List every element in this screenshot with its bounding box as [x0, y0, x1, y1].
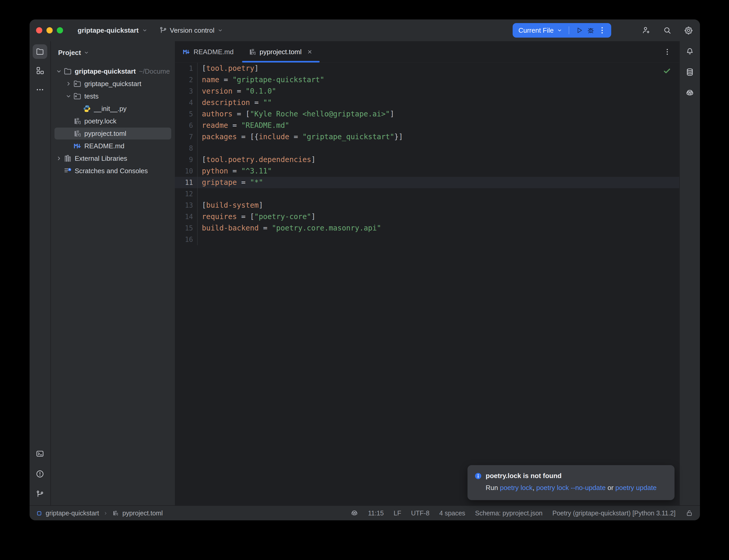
tab-pyproject-toml[interactable]: pyproject.toml	[241, 41, 321, 62]
zoom-window-button[interactable]	[57, 27, 63, 33]
database-tool-icon[interactable]	[685, 68, 694, 76]
token-p: ]	[311, 155, 315, 164]
unlock-icon[interactable]	[685, 509, 693, 517]
settings-gear-icon[interactable]	[684, 26, 693, 35]
breadcrumb-pyproject-toml[interactable]: pyproject.toml	[122, 509, 163, 517]
token-str: "Kyle Roche <hello@griptape.ai>"	[250, 110, 390, 118]
tree-item-griptape-quickstart[interactable]: griptape-quickstart~/Docume	[51, 65, 175, 78]
chevron-right-icon[interactable]	[55, 155, 63, 162]
tabs-container: README.mdpyproject.toml	[175, 41, 321, 62]
breadcrumb-griptape-quickstart[interactable]: griptape-quickstart	[46, 509, 99, 517]
token-p: =	[232, 87, 246, 95]
line-number: 8	[175, 143, 198, 154]
line-number: 2	[175, 74, 198, 86]
chevron-down-icon	[83, 49, 90, 56]
status-item-4-spaces[interactable]: 4 spaces	[439, 509, 465, 517]
code-line-5: 5authors = ["Kyle Roche <hello@griptape.…	[175, 108, 679, 120]
notification-link-poetry-lock[interactable]: poetry lock	[500, 484, 533, 492]
token-p: [	[202, 201, 206, 209]
run-widget[interactable]: Current File	[513, 23, 611, 38]
breadcrumbs: griptape-quickstartpyproject.toml	[36, 509, 163, 517]
tree-item-label: Scratches and Consoles	[75, 167, 148, 175]
terminal-tool-icon[interactable]	[36, 449, 44, 458]
more-run-options-icon[interactable]	[598, 26, 607, 35]
code-line-4: 4description = ""	[175, 97, 679, 108]
line-number: 13	[175, 200, 198, 211]
tree-item-path-suffix: ~/Docume	[139, 67, 170, 75]
code-editor[interactable]: 1[tool.poetry]2name = "griptape-quicksta…	[175, 63, 679, 505]
tree-item-scratches-and-consoles[interactable]: Scratches and Consoles	[51, 165, 175, 177]
title-bar: griptape-quickstart Version control Curr…	[30, 19, 700, 41]
token-p: =	[228, 167, 241, 175]
token-str: "^3.11"	[241, 167, 272, 175]
line-number: 16	[175, 234, 198, 245]
minimize-window-button[interactable]	[46, 27, 53, 33]
copilot-tool-icon[interactable]	[685, 88, 694, 97]
tree-item-pyproject-toml[interactable]: pyproject.toml	[51, 127, 175, 140]
project-panel-header[interactable]: Project	[51, 41, 175, 64]
tree-item-tests[interactable]: tests	[51, 90, 175, 102]
chevron-placeholder	[65, 117, 72, 125]
line-number: 7	[175, 131, 198, 143]
code-line-14: 14requires = ["poetry-core"]	[175, 211, 679, 222]
tree-item-griptape-quickstart[interactable]: griptape_quickstart	[51, 78, 175, 90]
notification-link-poetry-update[interactable]: poetry update	[615, 484, 657, 492]
project-tool-button[interactable]	[33, 44, 47, 59]
line-number: 12	[175, 188, 198, 200]
desktop: { "titlebar": { "project_name": "griptap…	[0, 0, 729, 560]
notifications-bell-icon[interactable]	[685, 47, 694, 56]
tab-readme-md[interactable]: README.md	[175, 41, 241, 62]
code-line-text: [tool.poetry.dependencies]	[198, 154, 315, 165]
code-line-text: [build-system]	[198, 200, 263, 211]
status-item-lf[interactable]: LF	[394, 509, 401, 517]
close-tab-icon[interactable]	[306, 48, 313, 55]
tree-item--init-py[interactable]: __init__.py	[51, 102, 175, 115]
code-with-me-icon[interactable]	[641, 26, 651, 35]
line-number: 10	[175, 165, 198, 177]
tree-item-label: griptape_quickstart	[84, 80, 141, 88]
chevron-down-icon[interactable]	[55, 67, 63, 75]
python-icon	[82, 104, 91, 113]
project-widget[interactable]: griptape-quickstart	[78, 26, 148, 34]
tree-item-external-libraries[interactable]: External Libraries	[51, 152, 175, 165]
code-line-8: 8	[175, 143, 679, 154]
git-tool-icon[interactable]	[36, 490, 44, 499]
line-number: 9	[175, 154, 198, 165]
token-key: python	[202, 167, 228, 175]
vcs-widget[interactable]: Version control	[159, 26, 224, 34]
code-line-text	[198, 234, 202, 245]
code-line-text: name = "griptape-quickstart"	[198, 74, 324, 86]
notification-popup: poetry.lock is not found Run poetry lock…	[468, 465, 675, 500]
token-p: = [	[237, 212, 254, 221]
code-line-12: 12	[175, 188, 679, 200]
tab-options-kebab-icon[interactable]	[663, 48, 671, 56]
chevron-down-icon[interactable]	[65, 92, 72, 100]
status-item-utf-8[interactable]: UTF-8	[411, 509, 429, 517]
token-sec: tool.poetry	[206, 64, 254, 73]
status-item-poetry-griptape-quickstart-python-3-11-2-[interactable]: Poetry (griptape-quickstart) [Python 3.1…	[552, 509, 676, 517]
token-str: "*"	[250, 178, 263, 187]
search-everywhere-icon[interactable]	[663, 26, 672, 35]
status-item-schema-pyproject-json[interactable]: Schema: pyproject.json	[475, 509, 543, 517]
token-p: ]	[311, 212, 315, 221]
status-item-11-15[interactable]: 11:15	[368, 509, 384, 517]
chevron-right-icon[interactable]	[65, 80, 72, 88]
folder-icon	[36, 47, 44, 56]
module-icon	[36, 510, 42, 516]
structure-tool-icon[interactable]	[36, 66, 44, 75]
copilot-icon[interactable]	[350, 509, 358, 517]
more-tool-windows-icon[interactable]	[36, 85, 44, 94]
inspection-ok-check-icon[interactable]	[663, 66, 671, 75]
tree-item-poetry-lock[interactable]: poetry.lock	[51, 115, 175, 127]
close-window-button[interactable]	[36, 27, 42, 33]
problems-tool-icon[interactable]	[36, 470, 44, 478]
debug-icon[interactable]	[586, 26, 595, 35]
token-key: build-backend	[202, 224, 259, 232]
code-line-11: 11griptape = "*"	[175, 177, 679, 188]
code-line-text	[198, 188, 202, 200]
token-str: "griptape-quickstart"	[232, 75, 324, 84]
run-icon[interactable]	[575, 26, 584, 35]
tree-item-readme-md[interactable]: README.md	[51, 140, 175, 152]
line-number: 5	[175, 108, 198, 120]
notification-link-poetry-lock-no-update[interactable]: poetry lock --no-update	[536, 484, 606, 492]
